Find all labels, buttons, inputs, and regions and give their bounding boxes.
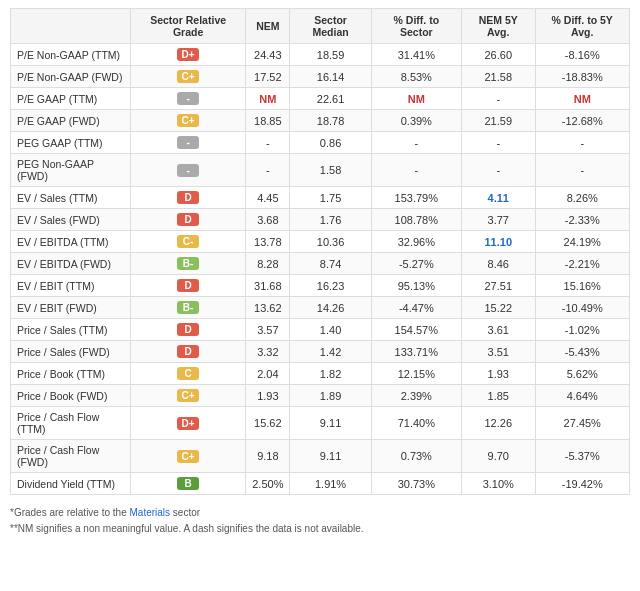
row-sector-median: 1.75: [290, 187, 371, 209]
row-pct-diff-5y: -1.02%: [535, 319, 630, 341]
row-pct-diff-5y: 8.26%: [535, 187, 630, 209]
row-pct-diff-5y: 15.16%: [535, 275, 630, 297]
row-pct-diff-5y: -5.43%: [535, 341, 630, 363]
row-sector-median: 1.91%: [290, 473, 371, 495]
row-grade: C+: [131, 110, 246, 132]
nm-value: NM: [408, 93, 425, 105]
row-label: Price / Cash Flow (FWD): [11, 440, 131, 473]
row-nem: 18.85: [246, 110, 290, 132]
row-pct-diff-5y: 24.19%: [535, 231, 630, 253]
grade-badge: D+: [177, 48, 199, 61]
row-pct-diff-sector: 154.57%: [371, 319, 461, 341]
row-nem-5y: -: [461, 154, 535, 187]
table-row: Dividend Yield (TTM)B2.50%1.91%30.73%3.1…: [11, 473, 630, 495]
grade-badge: D: [177, 213, 199, 226]
table-row: P/E Non-GAAP (FWD)C+17.5216.148.53%21.58…: [11, 66, 630, 88]
row-pct-diff-sector: -: [371, 154, 461, 187]
sector-link[interactable]: Materials: [130, 507, 171, 518]
row-nem-5y: 3.51: [461, 341, 535, 363]
row-sector-median: 22.61: [290, 88, 371, 110]
table-row: P/E GAAP (TTM)-NM22.61NM-NM: [11, 88, 630, 110]
table-row: PEG Non-GAAP (FWD)--1.58---: [11, 154, 630, 187]
grade-badge: -: [177, 92, 199, 105]
row-pct-diff-5y: 27.45%: [535, 407, 630, 440]
row-pct-diff-sector: 12.15%: [371, 363, 461, 385]
row-label: Price / Sales (FWD): [11, 341, 131, 363]
row-label: Price / Cash Flow (TTM): [11, 407, 131, 440]
row-grade: B: [131, 473, 246, 495]
row-nem-5y: 12.26: [461, 407, 535, 440]
row-sector-median: 9.11: [290, 440, 371, 473]
row-grade: -: [131, 88, 246, 110]
row-grade: D: [131, 319, 246, 341]
footer-note-1: *Grades are relative to the Materials se…: [10, 505, 630, 521]
row-label: EV / Sales (FWD): [11, 209, 131, 231]
main-container: Sector Relative Grade NEM Sector Median …: [0, 0, 640, 545]
table-row: EV / EBITDA (FWD)B-8.288.74-5.27%8.46-2.…: [11, 253, 630, 275]
row-grade: C+: [131, 66, 246, 88]
row-label: P/E GAAP (TTM): [11, 88, 131, 110]
table-row: EV / Sales (FWD)D3.681.76108.78%3.77-2.3…: [11, 209, 630, 231]
col-header-grade: Sector Relative Grade: [131, 9, 246, 44]
row-pct-diff-5y: NM: [535, 88, 630, 110]
row-label: PEG GAAP (TTM): [11, 132, 131, 154]
row-nem-5y: 27.51: [461, 275, 535, 297]
row-grade: B-: [131, 253, 246, 275]
row-sector-median: 9.11: [290, 407, 371, 440]
row-pct-diff-5y: -2.33%: [535, 209, 630, 231]
row-nem: 3.57: [246, 319, 290, 341]
row-nem: 8.28: [246, 253, 290, 275]
grade-badge: -: [177, 136, 199, 149]
row-nem: -: [246, 154, 290, 187]
row-nem-5y: 21.58: [461, 66, 535, 88]
row-pct-diff-5y: -19.42%: [535, 473, 630, 495]
row-label: EV / Sales (TTM): [11, 187, 131, 209]
row-nem-5y: 8.46: [461, 253, 535, 275]
row-pct-diff-sector: 30.73%: [371, 473, 461, 495]
table-row: EV / EBIT (FWD)B-13.6214.26-4.47%15.22-1…: [11, 297, 630, 319]
row-nem-5y: 26.60: [461, 44, 535, 66]
row-pct-diff-sector: 2.39%: [371, 385, 461, 407]
row-nem: 24.43: [246, 44, 290, 66]
row-nem: 15.62: [246, 407, 290, 440]
table-row: P/E Non-GAAP (TTM)D+24.4318.5931.41%26.6…: [11, 44, 630, 66]
row-label: EV / EBIT (FWD): [11, 297, 131, 319]
col-header-sector-median: Sector Median: [290, 9, 371, 44]
row-label: P/E GAAP (FWD): [11, 110, 131, 132]
row-nem-5y: 3.10%: [461, 473, 535, 495]
highlight-value: 4.11: [488, 192, 509, 204]
row-sector-median: 8.74: [290, 253, 371, 275]
grade-badge: C-: [177, 235, 199, 248]
row-pct-diff-sector: NM: [371, 88, 461, 110]
row-sector-median: 1.82: [290, 363, 371, 385]
footer-note-2: **NM signifies a non meaningful value. A…: [10, 521, 630, 537]
row-grade: D+: [131, 44, 246, 66]
row-nem: 9.18: [246, 440, 290, 473]
row-pct-diff-5y: -: [535, 132, 630, 154]
row-pct-diff-sector: 108.78%: [371, 209, 461, 231]
row-pct-diff-sector: 0.73%: [371, 440, 461, 473]
grade-badge: D: [177, 279, 199, 292]
row-grade: C: [131, 363, 246, 385]
col-header-label: [11, 9, 131, 44]
row-grade: D: [131, 209, 246, 231]
row-nem: 2.50%: [246, 473, 290, 495]
row-nem-5y: 15.22: [461, 297, 535, 319]
grade-badge: D: [177, 191, 199, 204]
row-sector-median: 16.14: [290, 66, 371, 88]
row-grade: D: [131, 341, 246, 363]
row-pct-diff-sector: 95.13%: [371, 275, 461, 297]
row-nem-5y: 3.77: [461, 209, 535, 231]
row-grade: C+: [131, 385, 246, 407]
grade-badge: B-: [177, 301, 199, 314]
row-nem-5y: 11.10: [461, 231, 535, 253]
row-label: Dividend Yield (TTM): [11, 473, 131, 495]
row-label: Price / Book (TTM): [11, 363, 131, 385]
row-sector-median: 16.23: [290, 275, 371, 297]
row-pct-diff-5y: -10.49%: [535, 297, 630, 319]
row-sector-median: 0.86: [290, 132, 371, 154]
row-nem-5y: -: [461, 88, 535, 110]
row-pct-diff-5y: -18.83%: [535, 66, 630, 88]
row-nem-5y: -: [461, 132, 535, 154]
row-sector-median: 14.26: [290, 297, 371, 319]
